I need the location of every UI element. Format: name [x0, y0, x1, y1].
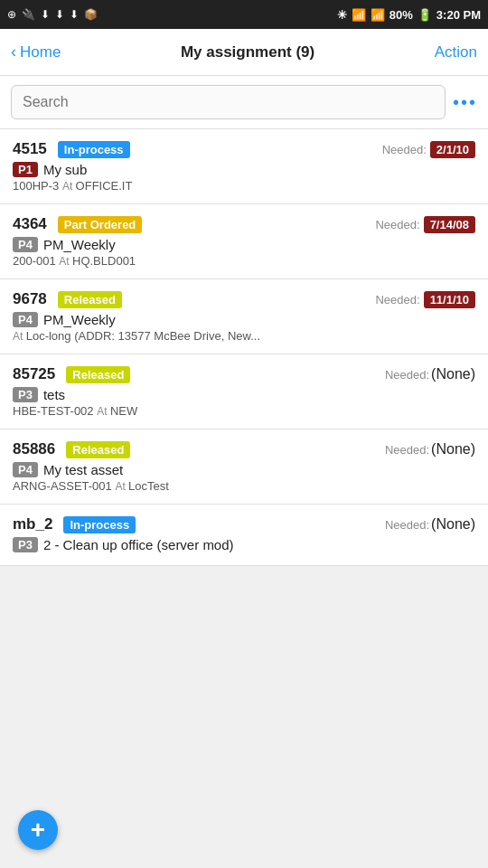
download-icon: ⬇	[41, 8, 50, 21]
needed-none: (None)	[431, 441, 475, 458]
battery-icon: 🔋	[418, 8, 432, 22]
list-item[interactable]: 9678ReleasedNeeded:11/1/10P4PM_WeeklyAt …	[0, 279, 488, 354]
status-badge: Released	[66, 366, 130, 383]
battery-text: 80%	[389, 8, 413, 22]
item-description: My sub	[43, 162, 87, 177]
needed-date: 7/14/08	[424, 216, 475, 233]
list-item[interactable]: 85725ReleasedNeeded: (None)P3tetsHBE-TES…	[0, 354, 488, 429]
status-badge: Released	[58, 291, 122, 308]
item-description: PM_Weekly	[43, 237, 116, 252]
item-description: tets	[43, 387, 65, 402]
item-id: 9678	[13, 290, 47, 308]
assignment-list: 4515In-processNeeded:2/1/10P1My sub100HP…	[0, 129, 488, 566]
sd-icon: 📦	[84, 8, 98, 21]
item-location: At Loc-long (ADDR: 13577 McBee Drive, Ne…	[13, 329, 475, 343]
bluetooth-icon: ✳	[337, 8, 347, 22]
list-item[interactable]: 4515In-processNeeded:2/1/10P1My sub100HP…	[0, 129, 488, 204]
list-item[interactable]: mb_2In-processNeeded: (None)P32 - Clean …	[0, 505, 488, 566]
back-chevron-icon: ‹	[11, 42, 16, 61]
needed-date: 2/1/10	[430, 141, 475, 158]
status-bar: ⊕ 🔌 ⬇ ⬇ ⬇ 📦 ✳ 📶 📶 80% 🔋 3:20 PM	[0, 0, 488, 29]
item-location: ARNG-ASSET-001 At LocTest	[13, 479, 475, 493]
item-location: HBE-TEST-002 At NEW	[13, 404, 475, 418]
item-location: 100HP-3 At OFFICE.IT	[13, 179, 475, 193]
needed-label: Needed:	[375, 218, 419, 231]
nav-bar: ‹ Home My assignment (9) Action	[0, 29, 488, 76]
priority-badge: P1	[13, 162, 38, 177]
needed-label: Needed:	[382, 143, 427, 156]
item-id: 4364	[13, 215, 47, 233]
needed-none: (None)	[431, 516, 475, 533]
status-badge: Part Ordered	[58, 216, 142, 233]
item-id: mb_2	[13, 515, 52, 533]
needed-label: Needed:	[385, 443, 429, 457]
action-button[interactable]: Action	[435, 43, 477, 61]
item-id: 4515	[13, 140, 47, 158]
page-title: My assignment (9)	[181, 43, 314, 61]
more-options-button[interactable]: •••	[453, 92, 477, 113]
needed-label: Needed:	[375, 293, 419, 307]
add-fab-button[interactable]: +	[18, 810, 58, 850]
signal-icon: 📶	[371, 8, 385, 22]
needed-none: (None)	[431, 366, 475, 382]
priority-badge: P4	[13, 237, 38, 252]
item-id: 85725	[13, 365, 55, 383]
home-button[interactable]: ‹ Home	[11, 42, 61, 61]
item-id: 85886	[13, 440, 55, 458]
home-label: Home	[20, 43, 61, 61]
usb-icon: 🔌	[22, 8, 35, 21]
priority-badge: P3	[13, 537, 38, 552]
download2-icon: ⬇	[55, 8, 64, 21]
time-text: 3:20 PM	[436, 8, 481, 22]
needed-label: Needed:	[385, 518, 429, 532]
list-item[interactable]: 85886ReleasedNeeded: (None)P4My test ass…	[0, 429, 488, 505]
status-bar-left: ⊕ 🔌 ⬇ ⬇ ⬇ 📦	[7, 8, 98, 21]
priority-badge: P3	[13, 387, 38, 402]
priority-badge: P4	[13, 312, 38, 327]
search-input[interactable]	[11, 85, 446, 119]
priority-badge: P4	[13, 462, 38, 477]
plus-icon: +	[31, 816, 45, 844]
status-bar-right: ✳ 📶 📶 80% 🔋 3:20 PM	[337, 8, 481, 22]
item-location: 200-001 At HQ.BLD001	[13, 254, 475, 268]
item-description: My test asset	[43, 462, 123, 477]
needed-date: 11/1/10	[424, 291, 475, 308]
add-icon: ⊕	[7, 8, 16, 21]
download3-icon: ⬇	[70, 8, 79, 21]
list-item[interactable]: 4364Part OrderedNeeded:7/14/08P4PM_Weekl…	[0, 204, 488, 279]
wifi-icon: 📶	[352, 8, 366, 22]
status-badge: Released	[66, 441, 130, 458]
item-description: PM_Weekly	[43, 312, 116, 327]
status-badge: In-process	[58, 141, 130, 158]
search-bar: •••	[0, 76, 488, 129]
item-description: 2 - Clean up office (server mod)	[43, 537, 234, 552]
status-badge: In-process	[63, 516, 136, 533]
needed-label: Needed:	[385, 368, 429, 382]
